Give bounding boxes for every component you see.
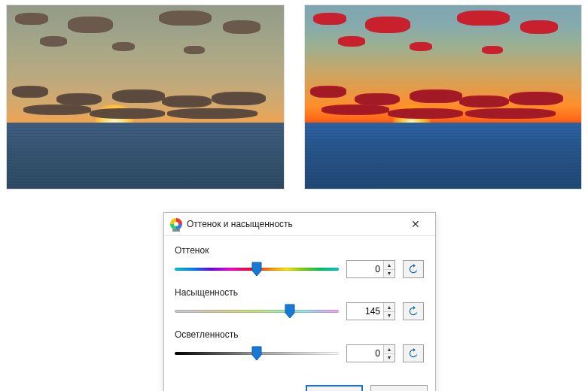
saturation-input[interactable] — [347, 303, 383, 320]
dialog-title: Оттенок и насыщенность — [187, 219, 293, 229]
undo-icon — [408, 306, 419, 317]
saturation-spinner[interactable]: ▲ ▼ — [346, 302, 395, 320]
saturation-thumb[interactable] — [285, 304, 295, 319]
lightness-input[interactable] — [347, 345, 383, 362]
cancel-button[interactable]: Отмена — [370, 385, 428, 391]
saturation-label: Насыщенность — [175, 287, 425, 298]
hue-step-down[interactable]: ▼ — [384, 270, 395, 278]
hue-step-up[interactable]: ▲ — [384, 261, 395, 270]
ok-button[interactable]: OK — [306, 385, 363, 391]
preview-before — [6, 5, 285, 189]
hue-label: Оттенок — [175, 245, 425, 256]
hue-reset-button[interactable] — [403, 260, 424, 278]
preview-after — [304, 5, 583, 189]
preview-pair — [0, 0, 588, 189]
hue-input[interactable] — [347, 261, 383, 277]
app-icon — [170, 218, 182, 230]
lightness-reset-button[interactable] — [403, 344, 424, 362]
saturation-row: Насыщенность ▲ ▼ — [175, 287, 425, 320]
lightness-thumb[interactable] — [251, 346, 262, 361]
dialog-footer: OK Отмена — [164, 379, 435, 391]
saturation-reset-button[interactable] — [403, 302, 424, 320]
lightness-step-down[interactable]: ▼ — [384, 354, 395, 362]
close-icon: ✕ — [411, 218, 420, 230]
close-button[interactable]: ✕ — [401, 215, 431, 233]
lightness-row: Осветленность ▲ ▼ — [175, 329, 425, 362]
dialog-titlebar: Оттенок и насыщенность ✕ — [164, 213, 435, 236]
hue-saturation-dialog: Оттенок и насыщенность ✕ Оттенок ▲ — [163, 212, 436, 391]
lightness-spinner[interactable]: ▲ ▼ — [346, 344, 395, 362]
lightness-slider[interactable] — [175, 347, 339, 360]
hue-slider[interactable] — [175, 262, 339, 276]
hue-thumb[interactable] — [251, 262, 262, 277]
lightness-step-up[interactable]: ▲ — [384, 345, 395, 354]
lightness-label: Осветленность — [175, 329, 425, 340]
undo-icon — [408, 348, 419, 359]
saturation-step-down[interactable]: ▼ — [384, 312, 395, 320]
saturation-slider[interactable] — [175, 305, 339, 318]
hue-row: Оттенок ▲ ▼ — [175, 245, 425, 278]
saturation-step-up[interactable]: ▲ — [384, 303, 395, 312]
undo-icon — [408, 264, 419, 274]
hue-spinner[interactable]: ▲ ▼ — [346, 260, 395, 278]
